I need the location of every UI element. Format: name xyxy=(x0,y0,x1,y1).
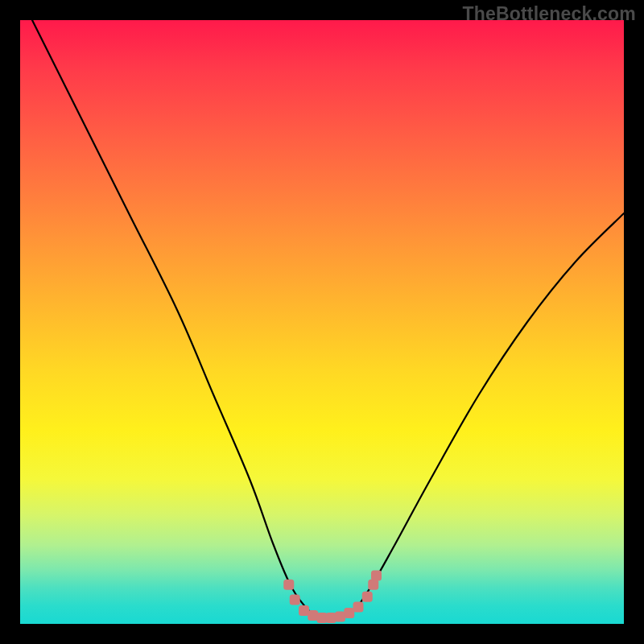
marker-point xyxy=(344,608,354,618)
marker-point xyxy=(371,571,382,581)
marker-point xyxy=(335,612,345,622)
marker-point xyxy=(308,610,318,621)
bottom-cluster-markers xyxy=(283,571,382,624)
marker-point xyxy=(317,613,328,623)
plot-area xyxy=(20,20,624,624)
marker-point xyxy=(290,595,300,605)
marker-point xyxy=(299,605,309,616)
curve-svg xyxy=(20,20,624,624)
marker-point xyxy=(362,592,373,602)
marker-point xyxy=(283,580,294,590)
marker-point xyxy=(353,602,364,613)
bottleneck-curve xyxy=(32,20,624,620)
chart-frame: TheBottleneck.com xyxy=(0,0,644,644)
marker-point xyxy=(326,613,336,623)
marker-point xyxy=(368,580,378,590)
